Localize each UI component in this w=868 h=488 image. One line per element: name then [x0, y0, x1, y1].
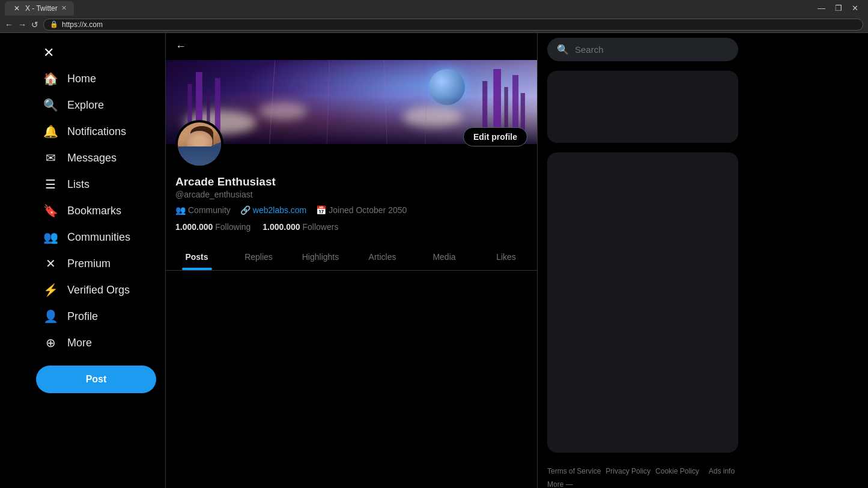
sidebar-label-messages: Messages	[67, 152, 117, 164]
close-button[interactable]: ✕	[852, 4, 858, 13]
search-input[interactable]	[575, 44, 729, 55]
svg-rect-24	[191, 155, 213, 166]
website-meta[interactable]: 🔗 web2labs.com	[240, 205, 307, 215]
avatar-image	[178, 122, 221, 166]
sidebar-label-premium: Premium	[67, 258, 111, 270]
tab-articles[interactable]: Articles	[351, 244, 413, 270]
search-box[interactable]: 🔍	[547, 38, 738, 61]
sidebar-item-communities[interactable]: 👥 Communities	[36, 224, 158, 250]
ssl-lock-icon: 🔒	[50, 20, 58, 28]
reload-button[interactable]: ↺	[31, 20, 38, 29]
tab-media[interactable]: Media	[413, 244, 475, 270]
sidebar-label-profile: Profile	[67, 310, 98, 323]
followers-label: Followers	[303, 222, 339, 232]
restore-button[interactable]: ❐	[835, 4, 842, 13]
premium-icon: ✕	[43, 256, 58, 271]
svg-point-16	[190, 126, 213, 140]
back-button[interactable]: ←	[5, 20, 13, 29]
back-arrow-icon[interactable]: ←	[175, 40, 186, 53]
footer-links: Terms of Service Privacy Policy Cookie P…	[547, 462, 738, 488]
tab-close-button[interactable]: ✕	[61, 4, 67, 12]
minimize-button[interactable]: —	[818, 4, 825, 13]
sidebar-item-premium[interactable]: ✕ Premium	[36, 250, 158, 277]
footer-cookie[interactable]: Cookie Policy	[655, 467, 699, 478]
browser-chrome: ✕ X - Twitter ✕ — ❐ ✕ ← → ↺ 🔒 https://x.…	[0, 0, 868, 33]
sidebar-item-messages[interactable]: ✉ Messages	[36, 145, 158, 171]
profile-display-name: Arcade Enthusiast	[175, 175, 527, 188]
svg-rect-17	[190, 133, 195, 146]
twitter-logo[interactable]: ✕	[36, 38, 158, 63]
website-link[interactable]: web2labs.com	[253, 205, 307, 215]
community-label: Community	[188, 205, 231, 215]
profile-meta: 👥 Community 🔗 web2labs.com 📅 Joined Octo…	[175, 205, 527, 215]
footer-more[interactable]: More —	[547, 480, 573, 488]
edit-profile-button[interactable]: Edit profile	[463, 127, 527, 146]
browser-tab[interactable]: ✕ X - Twitter ✕	[5, 1, 74, 16]
avatar-svg	[178, 122, 221, 166]
svg-rect-18	[208, 133, 213, 145]
browser-toolbar: ← → ↺ 🔒 https://x.com	[0, 17, 868, 32]
notifications-icon: 🔔	[43, 124, 58, 139]
svg-point-19	[196, 139, 199, 143]
svg-rect-13	[187, 149, 217, 166]
sidebar-label-verified-orgs: Verified Orgs	[67, 284, 130, 297]
calendar-icon: 📅	[316, 205, 326, 215]
messages-icon: ✉	[43, 151, 58, 165]
tab-replies[interactable]: Replies	[228, 244, 290, 270]
verified-orgs-icon: ⚡	[43, 283, 58, 297]
sidebar-item-home[interactable]: 🏠 Home	[36, 65, 158, 92]
sidebar-label-explore: Explore	[67, 99, 104, 112]
joined-label: Joined October 2050	[329, 205, 407, 215]
sidebar-item-verified-orgs[interactable]: ⚡ Verified Orgs	[36, 277, 158, 303]
more-icon: ⊕	[43, 336, 58, 350]
svg-point-25	[194, 158, 198, 161]
svg-point-27	[204, 156, 206, 158]
tab-posts[interactable]: Posts	[166, 244, 228, 270]
window-controls: — ❐ ✕	[818, 4, 863, 13]
tab-title: X - Twitter	[25, 4, 58, 13]
svg-point-26	[199, 156, 202, 158]
sidebar-label-home: Home	[67, 73, 96, 85]
communities-icon: 👥	[43, 230, 58, 244]
main-content: ←	[165, 33, 538, 488]
explore-icon: 🔍	[43, 98, 58, 112]
followers-count: 1.000.000	[263, 222, 300, 232]
profile-avatar-section: Edit profile	[166, 120, 537, 168]
follow-stats: 1.000.000 Following 1.000.000 Followers	[175, 222, 527, 232]
sidebar-item-profile[interactable]: 👤 Profile	[36, 303, 158, 330]
followers-stat[interactable]: 1.000.000 Followers	[263, 222, 338, 232]
avatar	[175, 120, 223, 168]
footer-privacy[interactable]: Privacy Policy	[605, 467, 651, 478]
svg-point-20	[204, 139, 208, 143]
footer-terms[interactable]: Terms of Service	[547, 467, 601, 478]
profile-info: Arcade Enthusiast @arcade_enthusiast 👥 C…	[166, 168, 537, 236]
profile-tabs: Posts Replies Highlights Articles Media …	[166, 244, 537, 271]
sidebar-item-bookmarks[interactable]: 🔖 Bookmarks	[36, 197, 158, 224]
svg-point-28	[202, 158, 204, 161]
footer-ads-info[interactable]: Ads info	[709, 467, 735, 478]
svg-point-23	[201, 143, 203, 145]
link-icon: 🔗	[240, 205, 250, 215]
svg-point-22	[205, 140, 207, 142]
app-container: ✕ 🏠 Home 🔍 Explore 🔔 Notifications ✉ Mes…	[0, 33, 868, 488]
sidebar-item-notifications[interactable]: 🔔 Notifications	[36, 118, 158, 145]
sidebar-item-explore[interactable]: 🔍 Explore	[36, 92, 158, 118]
address-bar[interactable]: 🔒 https://x.com	[43, 19, 863, 31]
svg-point-21	[196, 140, 199, 142]
community-icon: 👥	[175, 205, 186, 215]
joined-meta: 📅 Joined October 2050	[316, 205, 407, 215]
tab-likes[interactable]: Likes	[475, 244, 537, 270]
posts-feed-area	[166, 271, 537, 488]
right-sidebar: 🔍 Terms of Service Privacy Policy Cookie…	[538, 33, 748, 488]
following-stat[interactable]: 1.000.000 Following	[175, 222, 250, 232]
forward-button[interactable]: →	[18, 20, 26, 29]
search-icon: 🔍	[557, 44, 569, 55]
sidebar-item-lists[interactable]: ☰ Lists	[36, 171, 158, 197]
community-meta: 👥 Community	[175, 205, 231, 215]
post-button[interactable]: Post	[36, 366, 156, 393]
sidebar-label-more: More	[67, 337, 92, 349]
svg-point-29	[207, 158, 209, 161]
tab-highlights[interactable]: Highlights	[290, 244, 351, 270]
profile-back-bar: ←	[166, 33, 537, 60]
sidebar-item-more[interactable]: ⊕ More	[36, 330, 158, 356]
